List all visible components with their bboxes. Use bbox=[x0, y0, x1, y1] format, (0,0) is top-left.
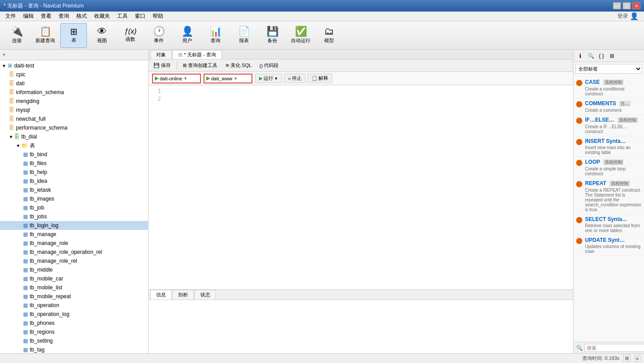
search-magnifier-icon: 🔍 bbox=[576, 345, 583, 351]
menu-edit[interactable]: 编辑 bbox=[20, 12, 37, 21]
backup-button[interactable]: 💾 备份 bbox=[259, 23, 286, 48]
sidebar-item-tb-manage-role[interactable]: ▦ tb_manage_role bbox=[0, 239, 148, 248]
sidebar-item-tb-mobile-repeat[interactable]: ▦ tb_mobile_repeat bbox=[0, 292, 148, 301]
table-icon-tb-idea: ▦ bbox=[23, 178, 28, 184]
snippet-select[interactable]: SELECT Synta… Retrieve rows selected fro… bbox=[573, 214, 644, 235]
menu-format[interactable]: 格式 bbox=[73, 12, 90, 21]
sidebar-item-tb-manage-role-rel[interactable]: ▦ tb_manage_role_rel bbox=[0, 256, 148, 265]
sidebar-item-tb-tag[interactable]: ▦ tb_tag bbox=[0, 345, 148, 353]
run-button[interactable]: ▶ 运行 ▼ bbox=[255, 74, 282, 83]
tree-root-daiti-test[interactable]: ▼ 🖥 daiti-test bbox=[0, 61, 148, 70]
explain-button[interactable]: 📋 解释 bbox=[307, 74, 332, 83]
tree-label-tb-regions: tb_regions bbox=[30, 329, 55, 335]
sidebar-item-tb-operation[interactable]: ▦ tb_operation bbox=[0, 301, 148, 310]
sidebar-item-tb-regions[interactable]: ▦ tb_regions bbox=[0, 327, 148, 336]
sidebar-item-tb-middle[interactable]: ▦ tb_middle bbox=[0, 265, 148, 274]
sidebar-item-mysql[interactable]: 🗄 mysql bbox=[0, 106, 148, 114]
sidebar-item-tb-mobile-car[interactable]: ▦ tb_mobile_car bbox=[0, 274, 148, 283]
view-button[interactable]: 👁 视图 bbox=[89, 23, 115, 48]
snippet-loop[interactable]: LOOP 流程控制 Create a simple loop construct bbox=[573, 157, 644, 178]
sidebar-item-information-schema[interactable]: 🗄 information_schema bbox=[0, 88, 148, 97]
model-button[interactable]: 🗂 模型 bbox=[316, 23, 342, 48]
query-builder-button[interactable]: ⊞ 查询创建工具 bbox=[180, 61, 220, 70]
save-button[interactable]: 💾 保存 bbox=[150, 61, 174, 70]
menu-help[interactable]: 帮助 bbox=[149, 12, 167, 21]
close-button[interactable]: ✕ bbox=[632, 2, 640, 9]
sidebar-item-tb-idea[interactable]: ▦ tb_idea bbox=[0, 177, 148, 185]
sidebar-item-cpic[interactable]: 🗄 cpic bbox=[0, 70, 148, 79]
sidebar-item-tb-phones[interactable]: ▦ tb_phones bbox=[0, 319, 148, 327]
snippet-if-else[interactable]: IF…ELSE… 流程控制 Create a IF…ELSE… construc… bbox=[573, 115, 644, 136]
menu-file[interactable]: 文件 bbox=[2, 12, 20, 21]
new-query-button[interactable]: 📋 新建查询 bbox=[32, 23, 59, 48]
sidebar-item-dati[interactable]: 🗄 dati bbox=[0, 79, 148, 88]
tab-info[interactable]: 信息 bbox=[150, 290, 172, 300]
menu-query[interactable]: 查询 bbox=[55, 12, 73, 21]
stop-button[interactable]: ■ 停止 bbox=[284, 74, 306, 83]
rp-info-icon[interactable]: ℹ bbox=[575, 51, 585, 61]
sidebar-item-tb-help[interactable]: ▦ tb_help bbox=[0, 168, 148, 177]
sidebar-item-newchat-full[interactable]: 🗄 newchat_full bbox=[0, 114, 148, 123]
sidebar-item-performance-schema[interactable]: 🗄 performance_schema bbox=[0, 123, 148, 132]
menu-view[interactable]: 查看 bbox=[37, 12, 55, 21]
tree-label-tb-idea: tb_idea bbox=[30, 178, 47, 184]
sidebar-item-tb-images[interactable]: ▦ tb_images bbox=[0, 194, 148, 203]
sidebar-item-tb-dial[interactable]: ▼ 🗄 tb_dial bbox=[0, 132, 148, 141]
snippet-comments[interactable]: COMMENTS 注… Create a comment bbox=[573, 99, 644, 115]
snippet-repeat[interactable]: REPEAT 流程控制 Create a REPEAT construct. T… bbox=[573, 178, 644, 214]
menu-window[interactable]: 窗口 bbox=[131, 12, 149, 21]
table-button[interactable]: ⊞ 表 bbox=[60, 23, 87, 48]
rp-table-icon[interactable]: ⊞ bbox=[607, 51, 617, 61]
menu-favorites[interactable]: 收藏夹 bbox=[90, 12, 114, 21]
function-button[interactable]: ƒ(x) 函数 bbox=[117, 23, 144, 48]
sidebar-item-tb-manage-role-op-rel[interactable]: ▦ tb_manage_role_operation_rel bbox=[0, 248, 148, 256]
sidebar-item-tb-manage[interactable]: ▦ tb_manage bbox=[0, 230, 148, 239]
code-snippet-button[interactable]: () 代码段 bbox=[256, 61, 282, 70]
minimize-button[interactable]: — bbox=[613, 2, 621, 9]
sql-editor[interactable] bbox=[164, 87, 571, 288]
run-label: 运行 bbox=[263, 75, 273, 82]
rp-braces-icon[interactable]: { } bbox=[597, 51, 606, 61]
maximize-button[interactable]: □ bbox=[623, 2, 631, 9]
view-toggle-2[interactable]: ≡ bbox=[634, 355, 640, 362]
tab-query[interactable]: ⊟ * 无标题 - 查询 bbox=[173, 50, 222, 59]
model-icon: 🗂 bbox=[324, 27, 334, 36]
snippet-case[interactable]: CASE 流程控制 Create a conditional construct bbox=[573, 77, 644, 99]
report-button[interactable]: 📄 报表 bbox=[231, 23, 257, 48]
sidebar-item-tb-files[interactable]: ▦ tb_files bbox=[0, 159, 148, 168]
view-toggle-1[interactable]: ⊞ bbox=[623, 355, 631, 362]
sidebar-item-tb-ietask[interactable]: ▦ tb_ietask bbox=[0, 185, 148, 194]
sidebar-item-tb-job[interactable]: ▦ tb_job bbox=[0, 203, 148, 212]
beautify-sql-button[interactable]: ≋ 美化 SQL bbox=[222, 61, 255, 70]
beautify-label: 美化 SQL bbox=[231, 62, 251, 69]
rp-search-icon[interactable]: 🔍 bbox=[586, 51, 596, 61]
autorun-button[interactable]: ✅ 自动运行 bbox=[287, 23, 314, 48]
sidebar-item-tb-bind[interactable]: ▦ tb_bind bbox=[0, 150, 148, 159]
table-icon-tb-phones: ▦ bbox=[23, 320, 28, 326]
menu-tools[interactable]: 工具 bbox=[114, 12, 131, 21]
sidebar-item-tb-operation-log[interactable]: ▦ tb_operation_log bbox=[0, 310, 148, 319]
snippet-loop-badge: 流程控制 bbox=[603, 159, 624, 165]
snippet-insert[interactable]: INSERT Synta… Insert new rows into an ex… bbox=[573, 136, 644, 157]
sidebar-item-tb-login-log[interactable]: ▦ tb_login_log bbox=[0, 221, 148, 230]
query-button[interactable]: 📊 查询 bbox=[202, 23, 229, 48]
snippet-update[interactable]: UPDATE Synt… Updates columns of existing… bbox=[573, 235, 644, 256]
connection-2-select[interactable]: ▶ dati_www ▼ bbox=[204, 74, 252, 83]
query-icon: 📊 bbox=[210, 27, 222, 36]
login-button[interactable]: 登录 bbox=[617, 12, 628, 20]
tab-profile[interactable]: 剖析 bbox=[173, 290, 194, 300]
folder-icon: 📁 bbox=[21, 142, 28, 149]
tab-status[interactable]: 状态 bbox=[195, 290, 216, 300]
sidebar-item-tb-mobile-list[interactable]: ▦ tb_mobile_list bbox=[0, 283, 148, 292]
connect-button[interactable]: 🔌 连接 bbox=[4, 23, 30, 48]
event-button[interactable]: 🕐 事件 bbox=[145, 23, 172, 48]
sidebar-item-mengding[interactable]: 🗄 mengding bbox=[0, 97, 148, 106]
connection-1-select[interactable]: ▶ dati-online ▼ bbox=[152, 74, 201, 83]
tag-filter-select[interactable]: 全部标签 bbox=[575, 64, 642, 74]
sidebar-item-tb-setting[interactable]: ▦ tb_setting bbox=[0, 336, 148, 345]
snippet-search-input[interactable] bbox=[585, 344, 644, 352]
user-button[interactable]: 👤 用户 bbox=[174, 23, 200, 48]
sidebar-item-tb-jobs[interactable]: ▦ tb_jobs bbox=[0, 212, 148, 221]
sidebar-item-table-folder[interactable]: ▼ 📁 表 bbox=[0, 141, 148, 150]
tab-object[interactable]: 对象 bbox=[150, 50, 172, 59]
